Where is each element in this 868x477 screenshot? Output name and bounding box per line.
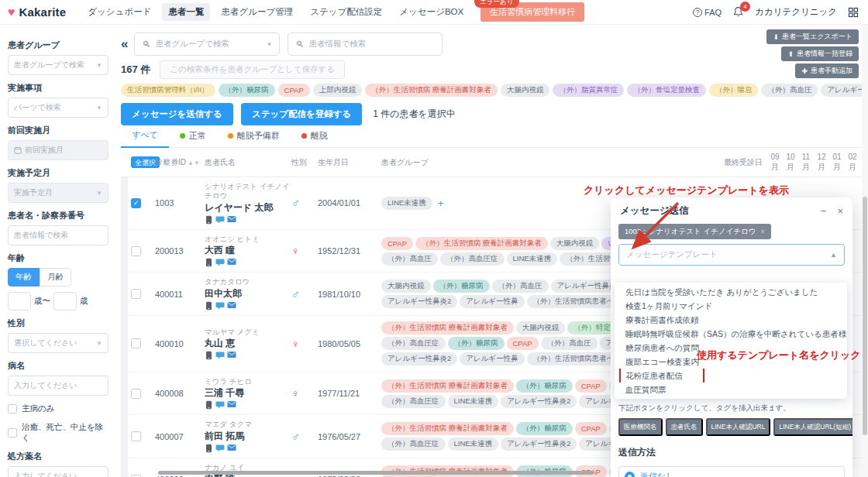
group-chip[interactable]: （外）生活習慣病 療養計画書対象者 <box>381 379 514 393</box>
row-checkbox[interactable] <box>131 389 141 399</box>
group-chip[interactable]: アレルギー性鼻 <box>460 352 524 365</box>
patient-name[interactable]: 大西 瞳 <box>205 244 291 256</box>
group-chip[interactable]: LINE未連携 <box>381 197 432 210</box>
template-option-7[interactable]: 血圧質問票 <box>615 383 847 396</box>
vertical-scrollbar-thumb[interactable] <box>863 197 867 435</box>
template-option-1[interactable]: 検査1ヶ月前リマインド <box>615 299 847 313</box>
age-toggle-years[interactable]: 年齢 <box>8 268 40 287</box>
app-logo[interactable]: ♥ Kakarite <box>8 5 66 19</box>
group-chip[interactable]: CPAP <box>381 237 413 250</box>
group-chip[interactable]: （外）高血圧症 <box>381 395 446 408</box>
filter-input-prescription[interactable]: 入力してください <box>8 466 108 477</box>
minimize-icon[interactable]: − <box>821 206 827 216</box>
filter-select-planned-month[interactable]: 実施予定月▼ <box>8 183 108 203</box>
group-chip[interactable]: アレルギー性鼻炎2 <box>501 395 577 408</box>
filter-chip-7[interactable]: （外）骨塩定量検査 <box>627 84 706 97</box>
group-chip[interactable]: （外）生活習慣病 療養計画書対象者 <box>381 422 514 435</box>
group-search-select[interactable]: 🔍︎ 患者グループで検索 ▼ <box>134 33 280 56</box>
filter-input-patient-search[interactable]: 患者情報で検索 <box>8 225 108 245</box>
filter-chip-4[interactable]: （外）生活習慣病 療養計画書対象者 <box>365 84 498 97</box>
register-step-button[interactable]: ステップ配信を登録する <box>241 103 362 125</box>
close-icon[interactable]: × <box>837 206 843 216</box>
status-tab-1[interactable]: 正常 <box>169 130 217 147</box>
filter-input-disease-name[interactable]: 入力してください <box>8 376 108 396</box>
row-checkbox[interactable] <box>131 289 141 299</box>
lifestyle-disease-transition-button[interactable]: エラーあり 生活習慣病管理料移行 <box>480 2 584 22</box>
group-chip[interactable]: 大腸内視鏡 <box>550 237 600 250</box>
send-method-option-0[interactable]: 返信なし <box>618 466 845 477</box>
send-message-button[interactable]: メッセージを送信する <box>121 103 233 125</box>
group-chip[interactable]: （外）高血圧 <box>492 280 549 293</box>
header-id[interactable]: 診察券ID▲▼ <box>155 157 205 168</box>
filter-checkbox-exclude-cured[interactable]: 治癒、死亡、中止を除く <box>8 422 108 444</box>
filter-chip-1[interactable]: （外）糖尿病 <box>219 84 275 97</box>
group-chip[interactable]: （外）糖尿病 <box>516 422 573 435</box>
template-select[interactable]: メッセージテンプレート ▲ <box>618 244 845 266</box>
patient-name[interactable]: 田中太郎 <box>205 287 291 300</box>
filter-checkbox-main-disease-only[interactable]: 主病のみ <box>8 403 108 414</box>
group-chip[interactable]: 大腸内視鏡 <box>381 280 431 293</box>
group-chip[interactable]: LINE未連携 <box>448 395 499 408</box>
nav-item-1[interactable]: 患者一覧 <box>162 3 210 21</box>
patient-name[interactable]: 丸山 恵 <box>205 337 291 349</box>
collapse-sidebar-icon[interactable]: « <box>121 36 126 52</box>
group-chip[interactable]: （外）糖尿病 <box>433 280 490 293</box>
age-max-input[interactable] <box>53 292 77 311</box>
faq-link[interactable]: ? FAQ <box>693 8 722 17</box>
apps-grid-icon[interactable] <box>848 7 859 18</box>
filter-chip-2[interactable]: CPAP <box>278 84 310 97</box>
group-chip[interactable]: （外）糖尿病 <box>516 379 573 393</box>
age-toggle-months[interactable]: 月齢 <box>40 268 71 287</box>
template-tag-button-2[interactable]: LINE本人確認URL <box>706 418 771 436</box>
template-option-2[interactable]: 療養計画書作成依頼 <box>615 313 847 327</box>
row-checkbox[interactable] <box>131 431 141 441</box>
export-patient-list-button[interactable]: ⬇患者一覧エクスポート <box>766 29 859 44</box>
group-chip[interactable]: （外）生活習慣病 療養計画書対象者 <box>381 321 514 335</box>
group-chip[interactable]: 大腸内視鏡 <box>516 321 566 335</box>
filter-chip-8[interactable]: （外）喘息 <box>709 84 759 97</box>
patient-name[interactable]: 前田 拓馬 <box>205 430 291 442</box>
filter-chip-10[interactable]: アレルギー性鼻炎 <box>821 84 868 97</box>
manual-add-patient-button[interactable]: ✚患者手動追加 <box>795 63 859 78</box>
nav-item-4[interactable]: メッセージBOX <box>393 3 470 21</box>
filter-date-prev-month[interactable]: 前回実施月 <box>8 140 108 160</box>
add-group-icon[interactable]: + <box>438 197 444 209</box>
group-chip[interactable]: （外）糖尿病 <box>448 337 505 350</box>
template-tag-button-0[interactable]: 医療機関名 <box>618 418 663 436</box>
filter-chip-5[interactable]: 大腸内視鏡 <box>501 84 550 97</box>
save-as-group-button[interactable]: この検索条件を患者グループとして保存する <box>160 60 345 79</box>
template-tag-button-1[interactable]: 患者氏名 <box>666 418 703 436</box>
remove-patient-icon[interactable]: × <box>760 228 764 235</box>
filter-select-patient-group[interactable]: 患者グループで検索▼ <box>8 55 108 75</box>
horizontal-scrollbar-thumb[interactable] <box>158 471 594 475</box>
status-tab-0[interactable]: すべて <box>121 129 169 148</box>
group-chip[interactable]: （外）高血圧 <box>541 337 598 350</box>
group-chip[interactable]: アレルギー性鼻炎2 <box>381 295 457 308</box>
nav-item-0[interactable]: ダッシュボード <box>81 3 157 21</box>
group-chip[interactable]: （外）高血圧症 <box>381 438 446 451</box>
age-min-input[interactable] <box>8 292 31 311</box>
bulk-register-button[interactable]: ⬆患者情報一括登録 <box>781 46 859 61</box>
vertical-scrollbar[interactable] <box>862 25 868 477</box>
filter-select-gender[interactable]: 選択してください▼ <box>8 333 108 353</box>
group-chip[interactable]: （外）高血圧症 <box>440 252 505 266</box>
template-option-6[interactable]: 花粉症患者配信 <box>615 369 847 383</box>
group-chip[interactable]: CPAP <box>575 379 607 393</box>
status-tab-3[interactable]: 離脱 <box>291 130 339 147</box>
group-chip[interactable]: （外）高血圧 <box>381 252 438 266</box>
template-option-3[interactable]: 睡眠時無呼吸症候群（SAS）の治療を中断されている患者様向けメッセージ <box>615 327 847 341</box>
template-option-0[interactable]: 先日は当院を受診いただき ありがとうございました <box>615 285 847 299</box>
group-chip[interactable]: CPAP <box>507 337 539 350</box>
group-chip[interactable]: CPAP <box>575 422 607 435</box>
nav-item-2[interactable]: 患者グループ管理 <box>215 3 299 21</box>
filter-chip-3[interactable]: 上部内視鏡 <box>313 84 363 97</box>
row-checkbox[interactable]: ✓ <box>131 198 141 208</box>
filter-chip-6[interactable]: （外）脂質異常症 <box>553 84 624 97</box>
notifications-button[interactable]: 4 <box>732 6 744 18</box>
group-chip[interactable]: （外）生活習慣病 療養計画書対象者 <box>415 237 548 250</box>
patient-name[interactable]: レイヤード 太郎 <box>205 201 291 214</box>
row-checkbox[interactable] <box>131 246 141 256</box>
patient-name[interactable]: 三浦 千尋 <box>205 386 291 399</box>
filter-chip-9[interactable]: （外）高血圧 <box>761 84 818 97</box>
horizontal-scrollbar[interactable] <box>121 471 609 475</box>
